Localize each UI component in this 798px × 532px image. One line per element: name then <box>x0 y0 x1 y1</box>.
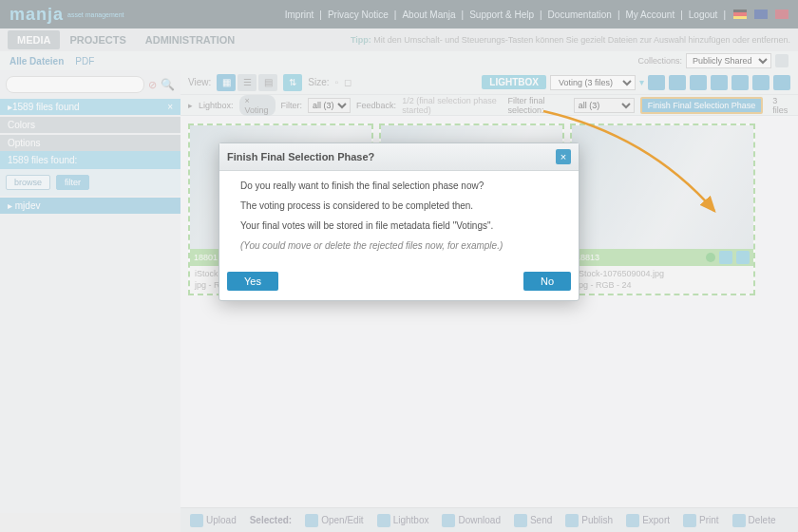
no-button[interactable]: No <box>523 272 571 291</box>
dialog-text-2: The voting process is considered to be c… <box>240 200 558 211</box>
modal-overlay: Finish Final Selection Phase? × Do you r… <box>0 0 798 532</box>
dialog-text-1: Do you really want to finish the final s… <box>240 180 558 191</box>
dialog-title: Finish Final Selection Phase? <box>227 151 374 162</box>
confirm-dialog: Finish Final Selection Phase? × Do you r… <box>218 142 580 301</box>
dialog-close-button[interactable]: × <box>556 149 571 164</box>
dialog-text-3: Your final votes will be stored in file … <box>240 220 558 231</box>
dialog-text-4: (You could move or delete the rejected f… <box>240 240 558 251</box>
yes-button[interactable]: Yes <box>227 272 278 291</box>
